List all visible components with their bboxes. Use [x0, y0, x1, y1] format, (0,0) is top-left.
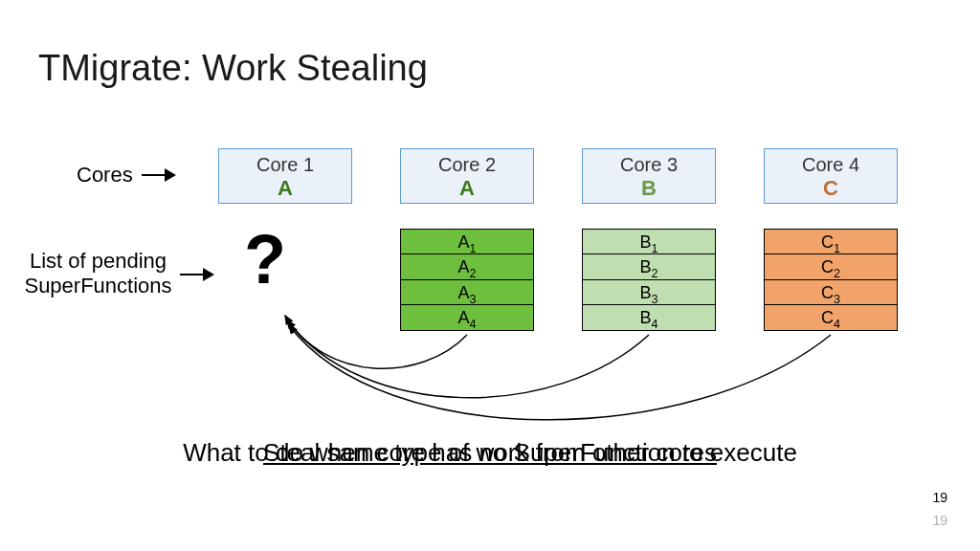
core-name: Core 3 [583, 153, 715, 176]
arrow-icon [180, 268, 214, 281]
core-topic: C [765, 176, 897, 201]
stack-cell: B1 [582, 229, 716, 255]
caption: What to do when core has no SuperFunctio… [0, 438, 980, 468]
stack-cell: A3 [400, 279, 534, 306]
core-name: Core 4 [765, 153, 897, 176]
stack-cell: B4 [582, 304, 716, 331]
stack-cell: B2 [582, 253, 716, 280]
stack-cell: C3 [764, 279, 898, 306]
core-box: Core 2A [400, 148, 534, 204]
core-box: Core 4C [764, 148, 898, 204]
caption-text-2: Steal same type of work from other cores [263, 438, 717, 467]
page-number-shadow: 19 [932, 513, 947, 528]
arrow-icon [142, 168, 176, 182]
stack-cell: A2 [400, 253, 534, 280]
stack-cell: A1 [400, 229, 534, 255]
stack-cell: B3 [582, 279, 716, 306]
core-topic: A [401, 176, 533, 201]
core-box: Core 1A [218, 148, 352, 204]
core-name: Core 2 [401, 153, 533, 176]
page-number: 19 [932, 490, 947, 505]
pending-stack: A1A2A3A4 [400, 230, 534, 331]
stack-cell: C4 [764, 304, 898, 331]
stack-cell: C1 [764, 229, 898, 255]
pending-stack: C1C2C3C4 [764, 230, 898, 331]
cores-label: Cores [77, 163, 133, 187]
pending-stack: B1B2B3B4 [582, 230, 716, 331]
pending-label: List of pending SuperFunctions [19, 249, 177, 299]
core-topic: A [219, 176, 351, 201]
stack-cell: C2 [764, 253, 898, 280]
core-topic: B [583, 176, 715, 201]
core-box: Core 3B [582, 148, 716, 204]
question-mark: ? [244, 220, 286, 298]
core-name: Core 1 [219, 153, 351, 176]
stack-cell: A4 [400, 304, 534, 331]
page-title: TMigrate: Work Stealing [38, 48, 428, 89]
